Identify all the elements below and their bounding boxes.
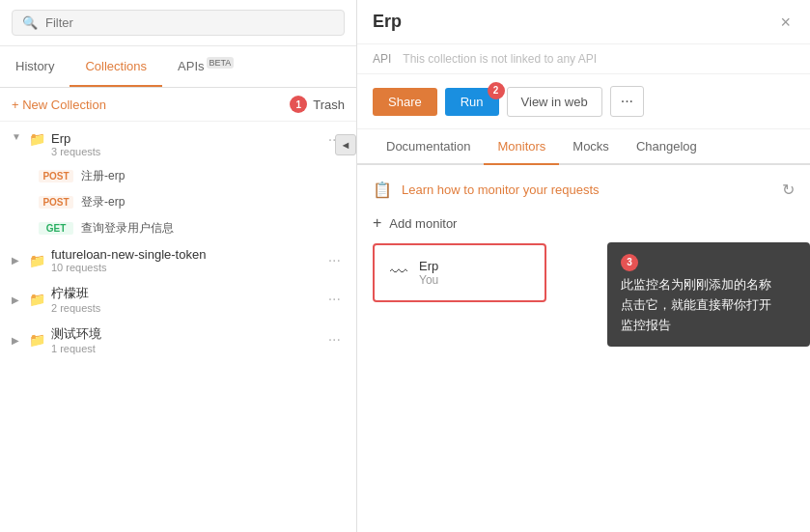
action-buttons: Share Run 2 View in web ··· (357, 74, 810, 129)
collapse-button[interactable]: ◄ (335, 134, 356, 155)
collection-futureloan: ▶ 📁 futureloan-new-single-token 10 reque… (0, 241, 356, 279)
folder-icon-test: 📁 (29, 332, 45, 348)
add-monitor-icon: + (373, 214, 381, 232)
collection-lemon: ▶ 📁 柠檬班 2 requests ··· (0, 279, 356, 320)
new-collection-button[interactable]: + New Collection (12, 98, 106, 112)
tooltip-badge: 3 (621, 254, 638, 271)
add-monitor-row[interactable]: + Add monitor (373, 214, 795, 232)
trash-button[interactable]: Trash (313, 98, 345, 112)
learn-banner: 📋 Learn how to monitor your requests ↻ (373, 181, 795, 199)
panel-title: Erp (373, 12, 765, 32)
request-login[interactable]: POST 登录-erp (0, 189, 356, 215)
trash-badge: 1 (290, 96, 307, 113)
collection-sub-test: 1 request (51, 343, 319, 354)
method-post-2: POST (39, 196, 73, 209)
tab-apis[interactable]: APIsBETA (162, 46, 249, 87)
collection-more-lemon[interactable]: ··· (324, 291, 345, 308)
api-value: This collection is not linked to any API (403, 52, 597, 66)
tooltip-text: 此监控名为刚刚添加的名称 点击它，就能直接帮你打开 监控报告 (621, 275, 796, 335)
collection-header-lemon[interactable]: ▶ 📁 柠檬班 2 requests ··· (0, 279, 356, 320)
more-options-button[interactable]: ··· (610, 86, 644, 117)
tab-mocks[interactable]: Mocks (559, 129, 623, 165)
learn-icon: 📋 (373, 181, 392, 199)
folder-icon-erp: 📁 (29, 131, 45, 147)
monitor-wave-icon: 〰 (390, 263, 407, 283)
collection-header-futureloan[interactable]: ▶ 📁 futureloan-new-single-token 10 reque… (0, 241, 356, 279)
collection-sub-erp: 3 requests (51, 146, 319, 157)
collections-toolbar: + New Collection 1 Trash (0, 88, 356, 122)
collection-more-futureloan[interactable]: ··· (324, 252, 345, 269)
run-badge: 2 (488, 82, 505, 99)
monitor-user: You (419, 273, 438, 287)
folder-icon-lemon: 📁 (29, 292, 45, 307)
request-register[interactable]: POST 注册-erp (0, 163, 356, 189)
request-query-user[interactable]: GET 查询登录用户信息 (0, 215, 356, 241)
refresh-button[interactable]: ↻ (782, 181, 795, 199)
method-post-1: POST (39, 170, 73, 182)
collection-name-lemon: 柠檬班 (51, 285, 319, 302)
api-row: API This collection is not linked to any… (357, 44, 810, 74)
api-label: API (373, 52, 391, 66)
learn-text: Learn how to monitor your requests (402, 182, 600, 197)
collections-list: ▼ 📁 Erp 3 requests ··· ◄ POST 注册-erp POS… (0, 122, 356, 532)
search-input[interactable] (45, 15, 334, 30)
collection-header-test[interactable]: ▶ 📁 测试环境 1 request ··· (0, 320, 356, 360)
request-name-2: 登录-erp (81, 194, 125, 210)
collection-sub-futureloan: 10 requests (51, 262, 319, 273)
collection-test-env: ▶ 📁 测试环境 1 request ··· (0, 320, 356, 360)
method-get-1: GET (39, 222, 73, 235)
left-panel: 🔍 History Collections APIsBETA + New Col… (0, 0, 357, 532)
main-tabs: History Collections APIsBETA (0, 46, 356, 88)
monitor-card[interactable]: 〰 Erp You (373, 243, 546, 302)
expand-arrow-test: ▶ (12, 335, 23, 346)
monitor-name: Erp (419, 259, 438, 273)
close-button[interactable]: × (776, 14, 795, 31)
tab-monitors[interactable]: Monitors (484, 129, 559, 165)
collection-more-test[interactable]: ··· (324, 331, 345, 349)
tab-history[interactable]: History (0, 47, 70, 87)
right-panel: Erp × API This collection is not linked … (357, 0, 810, 532)
expand-arrow-lemon: ▶ (12, 294, 23, 305)
folder-icon-futureloan: 📁 (29, 253, 45, 268)
beta-badge: BETA (207, 57, 235, 69)
share-button[interactable]: Share (373, 88, 437, 116)
expand-arrow-futureloan: ▶ (12, 255, 23, 266)
expand-arrow-erp: ▼ (12, 131, 23, 142)
collection-sub-lemon: 2 requests (51, 302, 319, 314)
content-area: 📋 Learn how to monitor your requests ↻ +… (357, 165, 810, 532)
collection-name-test: 测试环境 (51, 325, 319, 343)
view-in-web-button[interactable]: View in web (507, 87, 602, 117)
sub-tabs: Documentation Monitors Mocks Changelog (357, 129, 810, 165)
collection-name-erp: Erp (51, 131, 319, 146)
tab-documentation[interactable]: Documentation (373, 129, 484, 165)
panel-header: Erp × (357, 0, 810, 44)
add-monitor-label: Add monitor (389, 216, 457, 231)
search-wrapper: 🔍 (12, 10, 345, 36)
tab-changelog[interactable]: Changelog (623, 129, 711, 165)
search-icon: 🔍 (22, 15, 38, 30)
tab-collections[interactable]: Collections (70, 47, 162, 87)
request-name-1: 注册-erp (81, 168, 125, 184)
request-name-3: 查询登录用户信息 (81, 220, 174, 237)
search-bar: 🔍 (0, 0, 356, 46)
collection-erp: ▼ 📁 Erp 3 requests ··· ◄ POST 注册-erp POS… (0, 126, 356, 241)
tooltip-box: 3 此监控名为刚刚添加的名称 点击它，就能直接帮你打开 监控报告 (607, 242, 810, 347)
collection-header-erp[interactable]: ▼ 📁 Erp 3 requests ··· ◄ (0, 126, 356, 163)
collection-name-futureloan: futureloan-new-single-token (51, 247, 319, 262)
